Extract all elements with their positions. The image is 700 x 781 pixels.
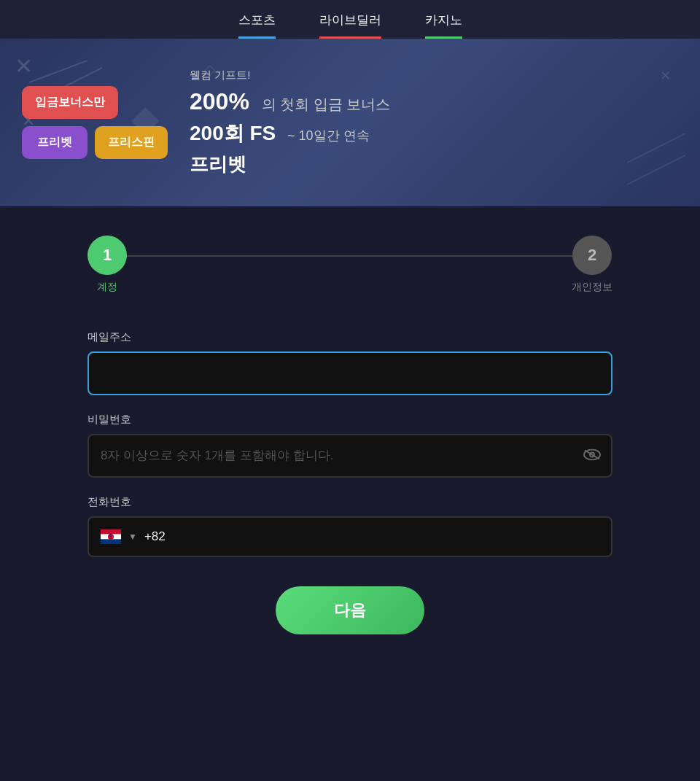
phone-field-group: 전화번호 ▼ +82: [88, 495, 612, 557]
navigation-tabs: 스포츠 라이브딜러 카지노: [0, 0, 700, 39]
password-input[interactable]: [88, 434, 612, 478]
tab-live[interactable]: 라이브딜러: [319, 12, 381, 39]
tab-casino[interactable]: 카지노: [425, 12, 462, 39]
step-connector: [125, 255, 573, 257]
phone-country-dropdown[interactable]: ▼: [128, 532, 137, 542]
banner-badges: 입금보너스만 프리벳 프리스핀: [22, 86, 168, 159]
phone-input-container[interactable]: ▼ +82: [88, 516, 612, 557]
password-toggle-icon[interactable]: [583, 448, 601, 465]
step-1-circle: 1: [88, 236, 127, 275]
banner-main-percent: 200% 의 첫회 입금 보너스: [190, 88, 656, 115]
phone-label: 전화번호: [88, 495, 612, 509]
email-input[interactable]: [88, 351, 612, 395]
banner-freebet: 프리벳: [190, 152, 656, 177]
badge-freebet[interactable]: 프리벳: [22, 126, 88, 159]
step-2-label: 개인정보: [572, 281, 612, 294]
password-label: 비밀번호: [88, 413, 612, 427]
step-personal: 2 개인정보: [572, 236, 612, 294]
badge-freespin[interactable]: 프리스핀: [95, 126, 168, 159]
step-1-label: 계정: [97, 281, 117, 294]
step-2-circle: 2: [572, 236, 612, 275]
phone-country-code: +82: [144, 529, 166, 544]
email-label: 메일주소: [88, 330, 612, 344]
svg-line-0: [29, 61, 88, 82]
email-field-group: 메일주소: [88, 330, 612, 395]
tab-sports[interactable]: 스포츠: [238, 12, 276, 39]
password-field-group: 비밀번호: [88, 413, 612, 478]
promo-banner: ✕ ○ ✕ ◇ ✕ ◆ 입금보너스만 프리벳 프리스핀 웰컴 기프트! 200%…: [0, 39, 700, 206]
korea-flag-icon: [101, 529, 121, 544]
step-account: 1 계정: [88, 236, 127, 294]
registration-stepper: 1 계정 2 개인정보: [88, 236, 612, 294]
registration-form: 1 계정 2 개인정보 메일주소 비밀번호 전화번호: [0, 206, 700, 678]
svg-line-6: [585, 451, 599, 459]
banner-subtitle: 웰컴 기프트!: [190, 69, 656, 82]
banner-content: 웰컴 기프트! 200% 의 첫회 입금 보너스 200회 FS ~ 10일간 …: [190, 69, 656, 177]
svg-rect-10: [101, 539, 121, 544]
password-wrapper: [88, 434, 612, 478]
next-button[interactable]: 다음: [276, 586, 424, 634]
svg-rect-8: [101, 529, 121, 535]
badge-deposit[interactable]: 입금보너스만: [22, 86, 118, 119]
banner-fs: 200회 FS ~ 10일간 연속: [190, 120, 656, 147]
